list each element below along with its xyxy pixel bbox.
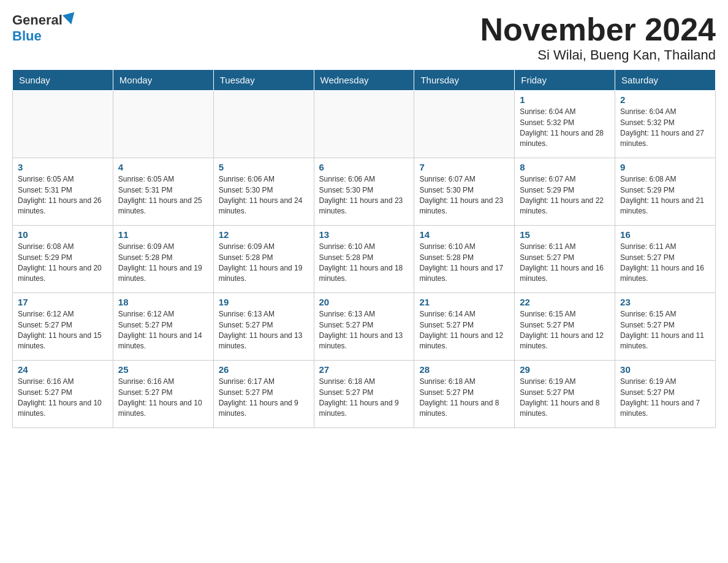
calendar-cell: 17Sunrise: 6:12 AMSunset: 5:27 PMDayligh…	[13, 293, 113, 361]
weekday-header-row: SundayMondayTuesdayWednesdayThursdayFrid…	[13, 70, 716, 91]
title-block: November 2024 Si Wilai, Bueng Kan, Thail…	[480, 12, 716, 63]
logo-general-text: General	[12, 12, 63, 28]
calendar-cell	[113, 91, 213, 158]
calendar-cell	[314, 91, 414, 158]
day-info: Sunrise: 6:15 AMSunset: 5:27 PMDaylight:…	[520, 309, 610, 352]
day-info: Sunrise: 6:08 AMSunset: 5:29 PMDaylight:…	[620, 174, 710, 217]
day-number: 28	[419, 364, 509, 375]
day-info: Sunrise: 6:18 AMSunset: 5:27 PMDaylight:…	[419, 377, 509, 419]
calendar-cell: 29Sunrise: 6:19 AMSunset: 5:27 PMDayligh…	[515, 361, 615, 428]
day-number: 21	[419, 297, 509, 307]
month-title: November 2024	[480, 12, 716, 47]
calendar-cell: 24Sunrise: 6:16 AMSunset: 5:27 PMDayligh…	[13, 361, 113, 428]
calendar-cell: 26Sunrise: 6:17 AMSunset: 5:27 PMDayligh…	[213, 361, 314, 428]
day-info: Sunrise: 6:05 AMSunset: 5:31 PMDaylight:…	[118, 174, 208, 217]
day-number: 23	[620, 297, 710, 307]
calendar-cell: 5Sunrise: 6:06 AMSunset: 5:30 PMDaylight…	[213, 158, 314, 226]
day-info: Sunrise: 6:13 AMSunset: 5:27 PMDaylight:…	[219, 309, 309, 352]
calendar-cell: 20Sunrise: 6:13 AMSunset: 5:27 PMDayligh…	[314, 293, 414, 361]
calendar-cell: 23Sunrise: 6:15 AMSunset: 5:27 PMDayligh…	[615, 293, 716, 361]
day-number: 30	[620, 364, 710, 375]
day-info: Sunrise: 6:08 AMSunset: 5:29 PMDaylight:…	[18, 242, 108, 285]
weekday-header-friday: Friday	[515, 70, 615, 91]
day-number: 15	[520, 229, 610, 240]
calendar-week-5: 24Sunrise: 6:16 AMSunset: 5:27 PMDayligh…	[13, 361, 716, 428]
calendar-cell: 8Sunrise: 6:07 AMSunset: 5:29 PMDaylight…	[515, 158, 615, 226]
day-number: 12	[219, 229, 309, 240]
day-info: Sunrise: 6:10 AMSunset: 5:28 PMDaylight:…	[319, 242, 409, 285]
weekday-header-monday: Monday	[113, 70, 213, 91]
day-number: 1	[520, 94, 610, 105]
day-info: Sunrise: 6:10 AMSunset: 5:28 PMDaylight:…	[419, 242, 509, 285]
day-info: Sunrise: 6:16 AMSunset: 5:27 PMDaylight:…	[18, 377, 108, 419]
calendar-cell: 2Sunrise: 6:04 AMSunset: 5:32 PMDaylight…	[615, 91, 716, 158]
calendar-cell: 11Sunrise: 6:09 AMSunset: 5:28 PMDayligh…	[113, 226, 213, 293]
logo: General Blue	[12, 12, 76, 44]
calendar-cell: 3Sunrise: 6:05 AMSunset: 5:31 PMDaylight…	[13, 158, 113, 226]
day-number: 10	[18, 229, 108, 240]
calendar-week-1: 1Sunrise: 6:04 AMSunset: 5:32 PMDaylight…	[13, 91, 716, 158]
day-info: Sunrise: 6:14 AMSunset: 5:27 PMDaylight:…	[419, 309, 509, 352]
day-number: 19	[219, 297, 309, 307]
calendar-cell: 27Sunrise: 6:18 AMSunset: 5:27 PMDayligh…	[314, 361, 414, 428]
day-number: 2	[620, 94, 710, 105]
calendar-week-3: 10Sunrise: 6:08 AMSunset: 5:29 PMDayligh…	[13, 226, 716, 293]
day-info: Sunrise: 6:11 AMSunset: 5:27 PMDaylight:…	[520, 242, 610, 285]
calendar-cell: 6Sunrise: 6:06 AMSunset: 5:30 PMDaylight…	[314, 158, 414, 226]
logo-arrow-icon	[63, 12, 77, 26]
day-number: 17	[18, 297, 108, 307]
day-info: Sunrise: 6:09 AMSunset: 5:28 PMDaylight:…	[118, 242, 208, 285]
calendar-cell: 22Sunrise: 6:15 AMSunset: 5:27 PMDayligh…	[515, 293, 615, 361]
day-info: Sunrise: 6:07 AMSunset: 5:29 PMDaylight:…	[520, 174, 610, 217]
weekday-header-thursday: Thursday	[414, 70, 515, 91]
weekday-header-saturday: Saturday	[615, 70, 716, 91]
day-info: Sunrise: 6:07 AMSunset: 5:30 PMDaylight:…	[419, 174, 509, 217]
day-info: Sunrise: 6:12 AMSunset: 5:27 PMDaylight:…	[118, 309, 208, 352]
calendar-cell: 15Sunrise: 6:11 AMSunset: 5:27 PMDayligh…	[515, 226, 615, 293]
calendar-cell: 9Sunrise: 6:08 AMSunset: 5:29 PMDaylight…	[615, 158, 716, 226]
calendar-cell: 30Sunrise: 6:19 AMSunset: 5:27 PMDayligh…	[615, 361, 716, 428]
day-number: 13	[319, 229, 409, 240]
day-number: 9	[620, 162, 710, 172]
day-number: 27	[319, 364, 409, 375]
weekday-header-tuesday: Tuesday	[213, 70, 314, 91]
calendar-cell: 4Sunrise: 6:05 AMSunset: 5:31 PMDaylight…	[113, 158, 213, 226]
day-number: 14	[419, 229, 509, 240]
day-info: Sunrise: 6:13 AMSunset: 5:27 PMDaylight:…	[319, 309, 409, 352]
day-info: Sunrise: 6:19 AMSunset: 5:27 PMDaylight:…	[520, 377, 610, 419]
calendar-cell: 16Sunrise: 6:11 AMSunset: 5:27 PMDayligh…	[615, 226, 716, 293]
day-number: 4	[118, 162, 208, 172]
day-number: 3	[18, 162, 108, 172]
day-info: Sunrise: 6:18 AMSunset: 5:27 PMDaylight:…	[319, 377, 409, 419]
calendar-cell: 25Sunrise: 6:16 AMSunset: 5:27 PMDayligh…	[113, 361, 213, 428]
day-number: 26	[219, 364, 309, 375]
day-number: 8	[520, 162, 610, 172]
calendar-body: 1Sunrise: 6:04 AMSunset: 5:32 PMDaylight…	[13, 91, 716, 428]
weekday-header-wednesday: Wednesday	[314, 70, 414, 91]
page-header: General Blue November 2024 Si Wilai, Bue…	[12, 12, 716, 63]
calendar-cell: 28Sunrise: 6:18 AMSunset: 5:27 PMDayligh…	[414, 361, 515, 428]
location-subtitle: Si Wilai, Bueng Kan, Thailand	[480, 47, 716, 63]
day-info: Sunrise: 6:06 AMSunset: 5:30 PMDaylight:…	[219, 174, 309, 217]
day-number: 6	[319, 162, 409, 172]
day-info: Sunrise: 6:12 AMSunset: 5:27 PMDaylight:…	[18, 309, 108, 352]
day-number: 29	[520, 364, 610, 375]
calendar-cell	[414, 91, 515, 158]
day-info: Sunrise: 6:11 AMSunset: 5:27 PMDaylight:…	[620, 242, 710, 285]
calendar-cell: 7Sunrise: 6:07 AMSunset: 5:30 PMDaylight…	[414, 158, 515, 226]
day-number: 7	[419, 162, 509, 172]
day-number: 18	[118, 297, 208, 307]
calendar-header: SundayMondayTuesdayWednesdayThursdayFrid…	[13, 70, 716, 91]
calendar-cell: 1Sunrise: 6:04 AMSunset: 5:32 PMDaylight…	[515, 91, 615, 158]
day-number: 5	[219, 162, 309, 172]
calendar-cell: 19Sunrise: 6:13 AMSunset: 5:27 PMDayligh…	[213, 293, 314, 361]
calendar-cell: 10Sunrise: 6:08 AMSunset: 5:29 PMDayligh…	[13, 226, 113, 293]
calendar-cell: 13Sunrise: 6:10 AMSunset: 5:28 PMDayligh…	[314, 226, 414, 293]
calendar-week-2: 3Sunrise: 6:05 AMSunset: 5:31 PMDaylight…	[13, 158, 716, 226]
calendar-week-4: 17Sunrise: 6:12 AMSunset: 5:27 PMDayligh…	[13, 293, 716, 361]
calendar-cell: 12Sunrise: 6:09 AMSunset: 5:28 PMDayligh…	[213, 226, 314, 293]
day-info: Sunrise: 6:16 AMSunset: 5:27 PMDaylight:…	[118, 377, 208, 419]
day-info: Sunrise: 6:15 AMSunset: 5:27 PMDaylight:…	[620, 309, 710, 352]
day-info: Sunrise: 6:09 AMSunset: 5:28 PMDaylight:…	[219, 242, 309, 285]
calendar-cell	[13, 91, 113, 158]
